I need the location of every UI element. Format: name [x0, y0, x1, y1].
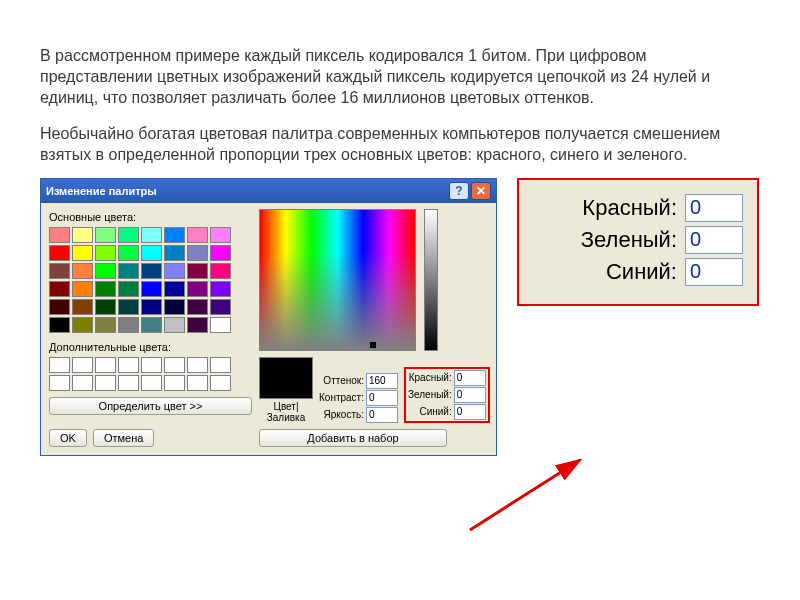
color-swatch[interactable] — [72, 263, 93, 279]
color-swatch[interactable] — [141, 281, 162, 297]
sat-input[interactable] — [366, 390, 398, 406]
color-swatch[interactable] — [95, 245, 116, 261]
custom-swatch[interactable] — [49, 357, 70, 373]
rgb-zoom-panel: Красный: Зеленый: Синий: — [517, 178, 759, 306]
help-icon[interactable]: ? — [449, 182, 469, 200]
color-swatch[interactable] — [72, 281, 93, 297]
color-swatch[interactable] — [187, 317, 208, 333]
arrow-icon — [460, 450, 600, 550]
sat-label: Контраст: — [319, 392, 364, 403]
color-swatch[interactable] — [49, 317, 70, 333]
color-swatch[interactable] — [72, 317, 93, 333]
custom-swatch[interactable] — [95, 357, 116, 373]
custom-swatch[interactable] — [210, 357, 231, 373]
blue-label: Синий: — [419, 406, 451, 417]
color-preview — [259, 357, 313, 399]
green-input[interactable] — [454, 387, 486, 403]
color-swatch[interactable] — [49, 227, 70, 243]
lum-label: Яркость: — [324, 409, 364, 420]
color-swatch[interactable] — [187, 227, 208, 243]
color-swatch[interactable] — [72, 227, 93, 243]
color-swatch[interactable] — [141, 317, 162, 333]
add-to-set-button[interactable]: Добавить в набор — [259, 429, 447, 447]
zoom-red-label: Красный: — [582, 195, 677, 221]
color-swatch[interactable] — [118, 245, 139, 261]
color-swatch[interactable] — [49, 281, 70, 297]
cancel-button[interactable]: Отмена — [93, 429, 154, 447]
color-swatch[interactable] — [118, 281, 139, 297]
color-swatch[interactable] — [164, 299, 185, 315]
color-swatch[interactable] — [210, 281, 231, 297]
color-swatch[interactable] — [187, 299, 208, 315]
color-swatch[interactable] — [72, 245, 93, 261]
red-input[interactable] — [454, 370, 486, 386]
color-swatch[interactable] — [95, 299, 116, 315]
color-swatch[interactable] — [164, 227, 185, 243]
hue-label: Оттенок: — [323, 375, 364, 386]
zoom-red-input[interactable] — [685, 194, 743, 222]
color-swatch[interactable] — [49, 263, 70, 279]
color-swatch[interactable] — [141, 299, 162, 315]
custom-swatch[interactable] — [141, 375, 162, 391]
color-swatch[interactable] — [95, 227, 116, 243]
color-swatch[interactable] — [164, 281, 185, 297]
custom-swatch[interactable] — [141, 357, 162, 373]
crosshair-icon — [370, 342, 376, 348]
custom-swatch[interactable] — [118, 375, 139, 391]
custom-swatch[interactable] — [187, 357, 208, 373]
fill-label: Цвет|Заливка — [259, 401, 313, 423]
close-icon[interactable]: ✕ — [471, 182, 491, 200]
custom-colors-label: Дополнительные цвета: — [49, 341, 249, 353]
hue-input[interactable] — [366, 373, 398, 389]
blue-input[interactable] — [454, 404, 486, 420]
color-swatch[interactable] — [118, 299, 139, 315]
custom-swatch[interactable] — [164, 357, 185, 373]
color-swatch[interactable] — [164, 263, 185, 279]
custom-swatch[interactable] — [164, 375, 185, 391]
color-swatch[interactable] — [187, 281, 208, 297]
basic-colors-label: Основные цвета: — [49, 211, 249, 223]
color-swatch[interactable] — [49, 299, 70, 315]
custom-swatch[interactable] — [118, 357, 139, 373]
svg-line-0 — [470, 460, 580, 530]
color-swatch[interactable] — [141, 263, 162, 279]
color-swatch[interactable] — [118, 263, 139, 279]
color-swatch[interactable] — [141, 227, 162, 243]
color-swatch[interactable] — [210, 299, 231, 315]
color-swatch[interactable] — [187, 263, 208, 279]
color-swatch[interactable] — [210, 263, 231, 279]
color-swatch[interactable] — [141, 245, 162, 261]
color-swatch[interactable] — [187, 245, 208, 261]
color-spectrum[interactable] — [259, 209, 416, 351]
color-swatch[interactable] — [72, 299, 93, 315]
ok-button[interactable]: OK — [49, 429, 87, 447]
paragraph-1: В рассмотренном примере каждый пиксель к… — [40, 46, 760, 108]
custom-swatch[interactable] — [49, 375, 70, 391]
color-swatch[interactable] — [164, 317, 185, 333]
color-swatch[interactable] — [95, 317, 116, 333]
color-picker-dialog: Изменение палитры ? ✕ Основные цвета: До… — [40, 178, 497, 456]
color-swatch[interactable] — [210, 227, 231, 243]
dialog-title: Изменение палитры — [46, 185, 157, 197]
color-swatch[interactable] — [210, 245, 231, 261]
green-label: Зеленый: — [408, 389, 452, 400]
zoom-green-input[interactable] — [685, 226, 743, 254]
custom-swatch[interactable] — [95, 375, 116, 391]
basic-colors-grid — [49, 227, 249, 333]
define-color-button[interactable]: Определить цвет >> — [49, 397, 252, 415]
color-swatch[interactable] — [164, 245, 185, 261]
custom-swatch[interactable] — [210, 375, 231, 391]
luminance-slider[interactable] — [424, 209, 438, 351]
color-swatch[interactable] — [95, 281, 116, 297]
color-swatch[interactable] — [118, 317, 139, 333]
custom-swatch[interactable] — [72, 357, 93, 373]
color-swatch[interactable] — [118, 227, 139, 243]
lum-input[interactable] — [366, 407, 398, 423]
custom-swatch[interactable] — [187, 375, 208, 391]
zoom-blue-input[interactable] — [685, 258, 743, 286]
color-swatch[interactable] — [95, 263, 116, 279]
color-swatch[interactable] — [210, 317, 231, 333]
zoom-green-label: Зеленый: — [581, 227, 677, 253]
custom-swatch[interactable] — [72, 375, 93, 391]
color-swatch[interactable] — [49, 245, 70, 261]
